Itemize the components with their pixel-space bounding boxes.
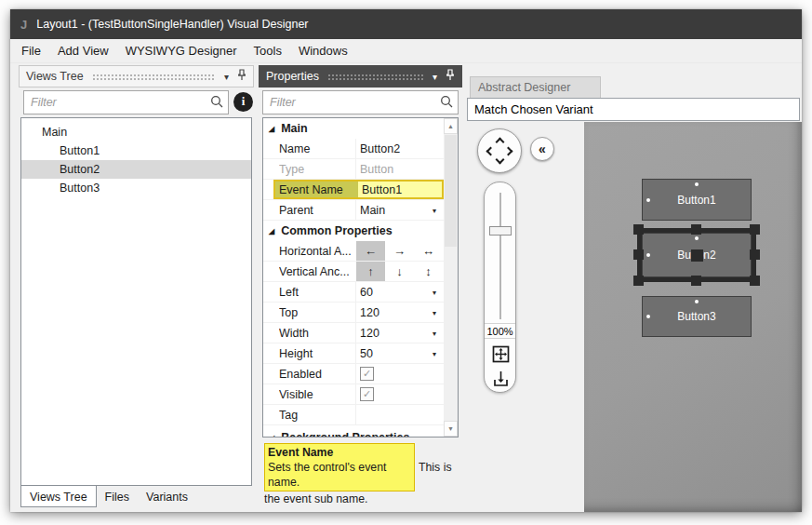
property-row-name[interactable]: Name Button2 [263,139,444,159]
export-view-button[interactable] [491,369,511,388]
canvas-button3[interactable]: Button3 [642,296,752,337]
fit-view-button[interactable] [491,344,511,364]
description-highlight: Sets the control's event name. [264,460,415,491]
resize-handle-nw[interactable] [633,224,644,235]
resize-handle-n[interactable] [691,224,701,235]
panel-grip-dots [92,74,216,82]
anchor-top-icon[interactable]: ↑ [356,262,385,281]
views-tree-filter-input[interactable] [23,90,229,114]
resize-handle-se[interactable] [750,276,760,286]
canvas-button1[interactable]: Button1 [642,179,752,221]
designer-content: « 100% [467,122,802,512]
property-value[interactable]: 60 [360,286,431,299]
zoom-slider-thumb[interactable] [489,226,512,236]
menu-wysiwyg-designer[interactable]: WYSIWYG Designer [117,41,246,61]
menu-windows[interactable]: Windows [290,41,356,61]
anchor-dot-top [695,182,699,186]
fit-view-icon [491,344,511,364]
tree-item-label: Button3 [21,182,100,195]
property-label: Vertical Anc... [279,265,355,278]
zoom-slider-track[interactable] [499,193,501,319]
chevron-down-icon[interactable]: ▾ [224,72,229,82]
tab-variants[interactable]: Variants [138,486,196,507]
tree-item-main[interactable]: Main [21,123,251,141]
pan-dpad[interactable] [477,128,522,173]
tree-item-button2[interactable]: Button2 [21,160,251,179]
anchor-stretch-vertical-icon[interactable]: ↕ [414,262,443,281]
tree-item-label: Main [21,126,67,139]
resize-handle-s[interactable] [691,276,701,286]
chevron-down-icon[interactable]: ▾ [433,309,436,317]
canvas-button2-selected[interactable]: Button2 [642,233,752,277]
section-title: Background Properties [281,431,409,438]
property-value[interactable]: Button2 [360,142,431,155]
scroll-up-icon[interactable]: ▲ [444,118,458,134]
tab-views-tree[interactable]: Views Tree [20,486,97,507]
property-grid-scrollbar[interactable]: ▲ ▼ [444,118,458,437]
views-tree-panel-header[interactable]: Views Tree ▾ [19,65,254,88]
anchor-left-icon[interactable]: ← [356,241,385,261]
tab-abstract-designer[interactable]: Abstract Designer [470,76,601,98]
pin-icon[interactable] [446,69,455,84]
property-description: Event Name Sets the control's event name… [262,439,459,507]
properties-panel-title: Properties [266,70,319,83]
move-handle-center[interactable] [691,249,703,262]
property-value[interactable]: 120 [360,327,431,340]
menu-tools[interactable]: Tools [246,41,290,61]
collapse-controls-button[interactable]: « [530,137,554,161]
resize-handle-ne[interactable] [750,224,760,235]
chevron-down-icon[interactable]: ▾ [433,207,436,215]
anchor-right-icon[interactable]: → [385,241,414,261]
property-row-left[interactable]: Left 60 ▾ [263,282,444,303]
resize-handle-e[interactable] [750,249,760,260]
property-label: Top [279,306,355,319]
expander-icon[interactable]: ◢ [269,125,274,133]
pan-right-icon[interactable] [504,146,513,155]
section-main[interactable]: ◢ Main [263,118,444,139]
scrollbar-thumb[interactable] [445,135,457,247]
property-row-event-name[interactable]: Event Name Button1 [263,180,444,200]
expander-icon[interactable]: ◢ [269,227,274,236]
anchor-dot-top [695,236,699,240]
anchor-bottom-icon[interactable]: ↓ [385,262,414,281]
info-icon[interactable]: i [233,92,253,112]
tab-files[interactable]: Files [97,486,138,507]
property-value[interactable]: Main [360,204,431,217]
pin-icon[interactable] [237,69,246,84]
scroll-down-icon[interactable]: ▼ [444,421,458,437]
visible-checkbox[interactable]: ✓ [360,387,374,401]
chevron-down-icon[interactable]: ▾ [433,289,436,297]
chevron-down-icon[interactable]: ▾ [433,72,437,82]
chevron-down-icon[interactable]: ▾ [433,330,436,338]
variant-selector[interactable]: Match Chosen Variant [467,98,800,121]
design-canvas[interactable]: Button1 [584,122,802,512]
expander-icon: ◢ [269,434,274,438]
property-value[interactable]: 50 [360,347,431,360]
menu-file[interactable]: File [13,41,49,61]
resize-handle-sw[interactable] [633,276,644,286]
tree-item-button1[interactable]: Button1 [21,141,251,160]
property-row-top[interactable]: Top 120 ▾ [263,303,444,323]
property-row-width[interactable]: Width 120 ▾ [263,323,444,343]
property-row-height[interactable]: Height 50 ▾ [263,343,444,364]
pan-left-icon[interactable] [486,146,496,155]
section-common-properties[interactable]: ◢ Common Properties [263,221,444,241]
property-label: Enabled [279,368,355,381]
enabled-checkbox[interactable]: ✓ [360,367,374,381]
tree-item-button3[interactable]: Button3 [21,179,251,197]
properties-panel-header[interactable]: Properties ▾ [259,65,462,88]
property-value[interactable]: 120 [360,306,431,319]
properties-filter-input[interactable] [262,90,459,114]
pan-up-icon[interactable] [495,138,504,147]
property-row-parent[interactable]: Parent Main ▾ [263,200,444,221]
check-icon: ✓ [361,368,373,380]
resize-handle-w[interactable] [633,249,644,260]
section-background-properties[interactable]: ◢ Background Properties [263,427,444,438]
pan-down-icon[interactable] [495,155,504,165]
menu-add-view[interactable]: Add View [49,41,117,61]
property-value[interactable]: Button1 [358,182,442,197]
property-label: Event Name [275,182,358,197]
anchor-stretch-horizontal-icon[interactable]: ↔ [414,241,443,261]
property-row-tag[interactable]: Tag [263,405,444,425]
chevron-down-icon[interactable]: ▾ [433,350,436,358]
